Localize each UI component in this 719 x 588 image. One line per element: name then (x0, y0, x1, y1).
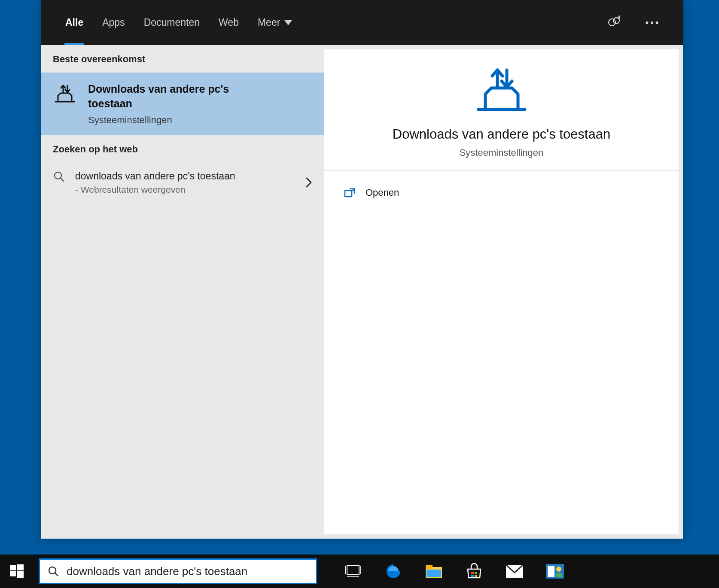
tab-web[interactable]: Web (209, 0, 248, 45)
file-explorer-icon[interactable] (423, 561, 444, 582)
tab-more[interactable]: Meer (248, 0, 302, 45)
chevron-down-icon (284, 20, 292, 25)
search-box[interactable] (39, 558, 317, 584)
web-result-body: downloads van andere pc's toestaan - Web… (75, 170, 295, 195)
ellipsis-icon: ••• (645, 17, 660, 28)
tab-label: Documenten (144, 17, 200, 28)
svg-line-4 (61, 178, 64, 182)
content-area: Beste overeenkomst Downloads van andere … (41, 45, 683, 539)
best-match-result[interactable]: Downloads van andere pc's toestaan Syste… (41, 73, 324, 135)
preview-subtitle: Systeeminstellingen (341, 147, 661, 158)
start-button[interactable] (0, 555, 34, 588)
svg-line-11 (55, 573, 58, 576)
search-input[interactable] (67, 565, 308, 578)
tabs-bar: Alle Apps Documenten Web Meer ••• (41, 0, 683, 45)
best-match-subtitle: Systeeminstellingen (88, 115, 273, 126)
preview-pane-wrapper: Downloads van andere pc's toestaan Syste… (324, 45, 683, 539)
windows-logo-icon (10, 564, 24, 578)
preview-actions: Openen (324, 171, 679, 215)
tabs-right: ••• (606, 14, 674, 31)
preview-pane: Downloads van andere pc's toestaan Syste… (324, 49, 679, 534)
svg-rect-5 (345, 191, 352, 197)
svg-point-3 (55, 172, 61, 179)
edge-icon[interactable] (383, 561, 404, 582)
svg-rect-8 (10, 571, 16, 576)
tab-label: Web (219, 17, 239, 28)
svg-rect-19 (471, 572, 474, 574)
results-pane: Beste overeenkomst Downloads van andere … (41, 45, 324, 539)
web-result[interactable]: downloads van andere pc's toestaan - Web… (41, 163, 324, 203)
delivery-optimization-icon (54, 83, 76, 105)
more-icon[interactable]: ••• (644, 14, 661, 31)
tab-label: Meer (258, 17, 280, 28)
taskbar (0, 555, 719, 588)
search-panel: Alle Apps Documenten Web Meer ••• (41, 0, 683, 539)
web-result-title: downloads van andere pc's toestaan (75, 170, 295, 182)
search-icon (53, 170, 65, 182)
web-result-subtitle: - Webresultaten weergeven (75, 185, 295, 195)
feedback-icon[interactable] (606, 14, 623, 31)
svg-rect-9 (17, 571, 24, 578)
delivery-optimization-icon (476, 67, 527, 114)
svg-rect-21 (471, 575, 474, 577)
mail-icon[interactable] (504, 561, 525, 582)
svg-rect-20 (475, 572, 477, 574)
chevron-right-icon (305, 177, 312, 188)
svg-rect-25 (548, 566, 554, 577)
best-match-title: Downloads van andere pc's toestaan (88, 82, 273, 111)
svg-rect-18 (427, 570, 441, 577)
svg-point-10 (49, 567, 56, 574)
open-external-icon (344, 188, 355, 197)
tab-documents[interactable]: Documenten (134, 0, 209, 45)
tab-label: Apps (102, 17, 125, 28)
svg-point-2 (613, 18, 619, 24)
tab-label: Alle (65, 17, 83, 28)
control-panel-icon[interactable] (545, 561, 565, 582)
tab-all[interactable]: Alle (56, 0, 93, 45)
svg-point-26 (556, 567, 561, 572)
svg-rect-6 (10, 565, 16, 570)
open-action-label: Openen (366, 187, 399, 198)
open-action[interactable]: Openen (344, 184, 659, 202)
svg-rect-22 (475, 575, 477, 577)
preview-icon-wrap (341, 67, 661, 114)
preview-title: Downloads van andere pc's toestaan (341, 127, 661, 142)
preview-header: Downloads van andere pc's toestaan Syste… (324, 49, 679, 171)
taskview-icon[interactable] (343, 561, 363, 582)
best-match-body: Downloads van andere pc's toestaan Syste… (88, 82, 273, 126)
svg-rect-17 (426, 565, 433, 569)
web-search-label: Zoeken op het web (41, 135, 324, 163)
svg-rect-7 (17, 564, 24, 570)
svg-marker-0 (284, 20, 292, 25)
svg-rect-27 (556, 573, 562, 577)
best-match-label: Beste overeenkomst (41, 45, 324, 73)
taskbar-icons (343, 561, 565, 582)
store-icon[interactable] (464, 561, 484, 582)
search-icon (48, 566, 59, 577)
svg-point-1 (609, 19, 615, 26)
svg-rect-12 (347, 566, 359, 574)
tab-apps[interactable]: Apps (93, 0, 134, 45)
